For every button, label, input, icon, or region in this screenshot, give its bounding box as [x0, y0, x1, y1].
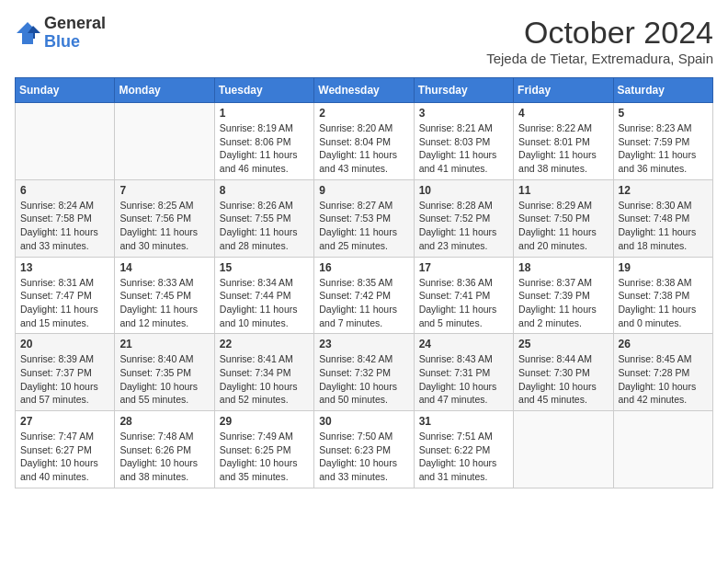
day-number: 11	[518, 184, 608, 197]
title-block: October 2024 Tejeda de Tietar, Extremadu…	[486, 15, 713, 66]
day-number: 2	[319, 107, 408, 120]
calendar-cell: 16Sunrise: 8:35 AMSunset: 7:42 PMDayligh…	[314, 257, 414, 334]
day-number: 1	[220, 107, 309, 120]
day-info: Sunrise: 7:49 AMSunset: 6:25 PMDaylight:…	[220, 430, 309, 484]
day-number: 14	[119, 261, 209, 274]
day-info: Sunrise: 8:42 AMSunset: 7:32 PMDaylight:…	[319, 352, 408, 407]
day-number: 31	[419, 415, 508, 428]
day-number: 7	[119, 184, 209, 197]
day-number: 4	[518, 107, 608, 120]
calendar-cell: 14Sunrise: 8:33 AMSunset: 7:45 PMDayligh…	[115, 257, 214, 334]
day-info: Sunrise: 7:48 AMSunset: 6:26 PMDaylight:…	[119, 430, 209, 484]
day-number: 29	[220, 415, 309, 428]
month-title: October 2024	[486, 15, 713, 51]
calendar-cell: 4Sunrise: 8:22 AMSunset: 8:01 PMDaylight…	[514, 103, 613, 180]
day-number: 6	[20, 184, 109, 197]
day-info: Sunrise: 7:50 AMSunset: 6:23 PMDaylight:…	[319, 430, 408, 484]
logo: General Blue	[15, 15, 106, 52]
day-info: Sunrise: 7:51 AMSunset: 6:22 PMDaylight:…	[419, 430, 508, 484]
week-row-1: 1Sunrise: 8:19 AMSunset: 8:06 PMDaylight…	[16, 103, 713, 180]
day-number: 13	[20, 261, 109, 274]
day-info: Sunrise: 8:24 AMSunset: 7:58 PMDaylight:…	[20, 199, 109, 253]
day-number: 16	[319, 261, 408, 274]
calendar-cell: 12Sunrise: 8:30 AMSunset: 7:48 PMDayligh…	[613, 179, 712, 257]
week-row-5: 27Sunrise: 7:47 AMSunset: 6:27 PMDayligh…	[16, 411, 713, 488]
calendar-cell: 28Sunrise: 7:48 AMSunset: 6:26 PMDayligh…	[115, 411, 214, 488]
day-info: Sunrise: 8:39 AMSunset: 7:37 PMDaylight:…	[20, 352, 109, 407]
day-info: Sunrise: 8:43 AMSunset: 7:31 PMDaylight:…	[419, 352, 508, 407]
day-number: 22	[220, 338, 309, 350]
day-info: Sunrise: 8:23 AMSunset: 7:59 PMDaylight:…	[619, 121, 708, 176]
day-number: 25	[518, 338, 608, 350]
calendar-cell: 25Sunrise: 8:44 AMSunset: 7:30 PMDayligh…	[514, 334, 613, 411]
calendar-cell: 6Sunrise: 8:24 AMSunset: 7:58 PMDaylight…	[16, 179, 115, 257]
calendar-cell: 18Sunrise: 8:37 AMSunset: 7:39 PMDayligh…	[514, 257, 613, 334]
day-info: Sunrise: 8:34 AMSunset: 7:44 PMDaylight:…	[220, 276, 309, 330]
weekday-header-tuesday: Tuesday	[214, 78, 313, 103]
calendar-cell: 27Sunrise: 7:47 AMSunset: 6:27 PMDayligh…	[16, 411, 115, 488]
calendar-cell: 2Sunrise: 8:20 AMSunset: 8:04 PMDaylight…	[314, 103, 414, 180]
day-info: Sunrise: 8:28 AMSunset: 7:52 PMDaylight:…	[419, 199, 508, 253]
weekday-header-friday: Friday	[514, 78, 613, 103]
week-row-3: 13Sunrise: 8:31 AMSunset: 7:47 PMDayligh…	[16, 257, 713, 334]
day-info: Sunrise: 8:20 AMSunset: 8:04 PMDaylight:…	[319, 121, 408, 176]
calendar-cell: 24Sunrise: 8:43 AMSunset: 7:31 PMDayligh…	[414, 334, 513, 411]
calendar-cell: 15Sunrise: 8:34 AMSunset: 7:44 PMDayligh…	[214, 257, 313, 334]
calendar-cell: 1Sunrise: 8:19 AMSunset: 8:06 PMDaylight…	[214, 103, 313, 180]
day-info: Sunrise: 8:27 AMSunset: 7:53 PMDaylight:…	[319, 199, 408, 253]
weekday-header-thursday: Thursday	[414, 78, 513, 103]
day-number: 30	[319, 415, 408, 428]
day-number: 26	[619, 338, 708, 350]
logo-line1: General	[44, 15, 106, 33]
weekday-header-saturday: Saturday	[613, 78, 712, 103]
page-header: General Blue October 2024 Tejeda de Tiet…	[15, 15, 713, 66]
calendar-cell: 13Sunrise: 8:31 AMSunset: 7:47 PMDayligh…	[16, 257, 115, 334]
day-number: 27	[20, 415, 109, 428]
calendar-cell: 9Sunrise: 8:27 AMSunset: 7:53 PMDaylight…	[314, 179, 414, 257]
day-number: 21	[119, 338, 209, 350]
day-number: 19	[619, 261, 708, 274]
calendar-cell: 23Sunrise: 8:42 AMSunset: 7:32 PMDayligh…	[314, 334, 414, 411]
weekday-header-wednesday: Wednesday	[314, 78, 414, 103]
calendar-cell: 7Sunrise: 8:25 AMSunset: 7:56 PMDaylight…	[115, 179, 214, 257]
calendar-cell: 5Sunrise: 8:23 AMSunset: 7:59 PMDaylight…	[613, 103, 712, 180]
calendar-cell	[514, 411, 613, 488]
day-info: Sunrise: 8:37 AMSunset: 7:39 PMDaylight:…	[518, 276, 608, 330]
calendar-cell: 20Sunrise: 8:39 AMSunset: 7:37 PMDayligh…	[16, 334, 115, 411]
day-number: 10	[419, 184, 508, 197]
calendar-cell: 17Sunrise: 8:36 AMSunset: 7:41 PMDayligh…	[414, 257, 513, 334]
day-number: 8	[220, 184, 309, 197]
calendar-cell	[115, 103, 214, 180]
day-number: 28	[119, 415, 209, 428]
day-number: 24	[419, 338, 508, 350]
calendar-table: SundayMondayTuesdayWednesdayThursdayFrid…	[15, 77, 713, 488]
day-number: 5	[619, 107, 708, 120]
logo-icon	[15, 20, 40, 46]
calendar-cell	[16, 103, 115, 180]
calendar-cell: 29Sunrise: 7:49 AMSunset: 6:25 PMDayligh…	[214, 411, 313, 488]
day-info: Sunrise: 8:45 AMSunset: 7:28 PMDaylight:…	[619, 352, 708, 407]
day-number: 20	[20, 338, 109, 350]
day-info: Sunrise: 8:22 AMSunset: 8:01 PMDaylight:…	[518, 121, 608, 176]
week-row-4: 20Sunrise: 8:39 AMSunset: 7:37 PMDayligh…	[16, 334, 713, 411]
logo-line2: Blue	[44, 33, 106, 52]
day-info: Sunrise: 8:21 AMSunset: 8:03 PMDaylight:…	[419, 121, 508, 176]
weekday-header-monday: Monday	[115, 78, 214, 103]
calendar-cell: 26Sunrise: 8:45 AMSunset: 7:28 PMDayligh…	[613, 334, 712, 411]
calendar-cell: 31Sunrise: 7:51 AMSunset: 6:22 PMDayligh…	[414, 411, 513, 488]
day-number: 17	[419, 261, 508, 274]
day-info: Sunrise: 8:26 AMSunset: 7:55 PMDaylight:…	[220, 199, 309, 253]
day-info: Sunrise: 8:25 AMSunset: 7:56 PMDaylight:…	[119, 199, 209, 253]
weekday-header-row: SundayMondayTuesdayWednesdayThursdayFrid…	[16, 78, 713, 103]
calendar-cell: 10Sunrise: 8:28 AMSunset: 7:52 PMDayligh…	[414, 179, 513, 257]
day-info: Sunrise: 8:19 AMSunset: 8:06 PMDaylight:…	[220, 121, 309, 176]
calendar-cell: 22Sunrise: 8:41 AMSunset: 7:34 PMDayligh…	[214, 334, 313, 411]
location: Tejeda de Tietar, Extremadura, Spain	[486, 51, 713, 66]
day-number: 23	[319, 338, 408, 350]
day-number: 9	[319, 184, 408, 197]
day-number: 15	[220, 261, 309, 274]
day-info: Sunrise: 8:30 AMSunset: 7:48 PMDaylight:…	[619, 199, 708, 253]
day-number: 3	[419, 107, 508, 120]
calendar-cell: 21Sunrise: 8:40 AMSunset: 7:35 PMDayligh…	[115, 334, 214, 411]
week-row-2: 6Sunrise: 8:24 AMSunset: 7:58 PMDaylight…	[16, 179, 713, 257]
